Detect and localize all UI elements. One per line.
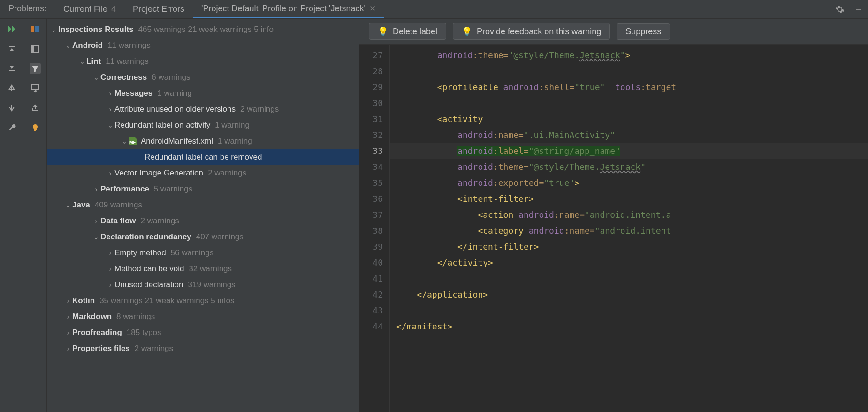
chevron-down-icon[interactable]: ⌄ [64, 201, 72, 209]
tab-profile-label: 'Project Default' Profile on Project 'Je… [201, 4, 365, 14]
chevron-right-icon[interactable]: › [64, 329, 72, 336]
chevron-down-icon[interactable]: ⌄ [120, 137, 129, 145]
code-line[interactable]: </manifest> [390, 319, 868, 335]
code-line[interactable]: <activity [390, 111, 868, 127]
label: Performance [100, 184, 149, 194]
tree-method-void[interactable]: › Method can be void 32 warnings [47, 261, 359, 277]
tree-android[interactable]: ⌄ Android 11 warnings [47, 38, 359, 53]
export-icon[interactable] [30, 102, 41, 114]
tree-correctness[interactable]: ⌄ Correctness 6 warnings [47, 69, 359, 85]
bulb-icon[interactable] [30, 122, 41, 133]
label: Empty method [114, 248, 166, 258]
code-line[interactable]: </activity> [390, 255, 868, 271]
code-line[interactable] [390, 63, 868, 79]
prev-problem-icon[interactable] [6, 83, 17, 94]
code-line[interactable] [390, 303, 868, 319]
close-icon[interactable]: ✕ [369, 4, 376, 14]
tree-performance[interactable]: › Performance 5 warnings [47, 181, 359, 197]
tree-empty-method[interactable]: › Empty method 56 warnings [47, 245, 359, 261]
chevron-right-icon[interactable]: › [92, 217, 100, 225]
svg-rect-5 [32, 85, 38, 90]
chevron-right-icon[interactable]: › [106, 265, 114, 273]
chevron-right-icon[interactable]: › [106, 106, 114, 113]
minimize-icon[interactable] [849, 0, 868, 18]
code-line[interactable]: </intent-filter> [390, 239, 868, 255]
group-by-icon[interactable] [30, 23, 41, 35]
tree-proofreading[interactable]: › Proofreading 185 typos [47, 325, 359, 341]
code-line[interactable]: <intent-filter> [390, 191, 868, 207]
tab-profile-active[interactable]: 'Project Default' Profile on Project 'Je… [193, 0, 384, 18]
view-options-icon[interactable] [30, 43, 41, 54]
wrench-icon[interactable] [6, 122, 17, 133]
meta: 35 warnings 21 weak warnings 5 infos [99, 296, 234, 305]
tree-properties[interactable]: › Properties files 2 warnings [47, 341, 359, 357]
code-line[interactable]: </application> [390, 287, 868, 303]
chevron-right-icon[interactable]: › [64, 345, 72, 352]
tree-root-meta: 465 warnings 21 weak warnings 5 info [138, 25, 274, 34]
tab-project-errors[interactable]: Project Errors [124, 0, 193, 18]
chevron-right-icon[interactable]: › [64, 313, 72, 320]
code-line[interactable]: android:theme="@style/Theme.Jetsnack"> [390, 47, 868, 63]
meta: 11 warnings [106, 57, 149, 66]
tab-current-file[interactable]: Current File 4 [55, 0, 124, 18]
chevron-right-icon[interactable]: › [64, 297, 72, 305]
chevron-down-icon[interactable]: ⌄ [106, 122, 114, 129]
meta: 8 warnings [116, 312, 155, 321]
tree-dataflow[interactable]: › Data flow 2 warnings [47, 213, 359, 229]
chevron-down-icon[interactable]: ⌄ [78, 58, 86, 65]
expand-all-icon[interactable] [6, 43, 17, 54]
tree-redundant-issue[interactable]: Redundant label can be removed [47, 149, 359, 165]
collapse-all-icon[interactable] [6, 63, 17, 74]
meta: 185 typos [127, 328, 161, 337]
tree-decl-redundancy[interactable]: ⌄ Declaration redundancy 407 warnings [47, 229, 359, 245]
feedback-button[interactable]: 💡 Provide feedback on this warning [453, 23, 610, 40]
code-line[interactable] [390, 271, 868, 287]
inspections-tree[interactable]: ⌄ Inspections Results 465 warnings 21 we… [47, 19, 359, 412]
svg-rect-0 [856, 9, 861, 10]
tree-vector[interactable]: › Vector Image Generation 2 warnings [47, 165, 359, 181]
label: Data flow [100, 216, 136, 226]
rerun-icon[interactable] [6, 23, 17, 35]
tree-manifest-file[interactable]: ⌄ MF AndroidManifest.xml 1 warning [47, 133, 359, 149]
autoscroll-icon[interactable] [30, 83, 41, 94]
chevron-right-icon[interactable]: › [106, 90, 114, 97]
chevron-down-icon[interactable]: ⌄ [64, 42, 72, 49]
tree-unused-decl[interactable]: › Unused declaration 319 warnings [47, 277, 359, 293]
chevron-down-icon[interactable]: ⌄ [92, 74, 100, 81]
next-problem-icon[interactable] [6, 102, 17, 114]
tree-java[interactable]: ⌄ Java 409 warnings [47, 197, 359, 213]
label: AndroidManifest.xml [141, 137, 213, 146]
tree-root[interactable]: ⌄ Inspections Results 465 warnings 21 we… [47, 22, 359, 38]
tree-lint[interactable]: ⌄ Lint 11 warnings [47, 53, 359, 69]
code-line[interactable]: <action android:name="android.intent.a [390, 207, 868, 223]
tree-messages[interactable]: › Messages 1 warning [47, 85, 359, 101]
code-line[interactable]: <category android:name="android.intent [390, 223, 868, 239]
label: Java [72, 200, 90, 210]
tree-attribute-unused[interactable]: › Attribute unused on older versions 2 w… [47, 101, 359, 117]
delete-label-button[interactable]: 💡 Delete label [369, 23, 446, 40]
chevron-right-icon[interactable]: › [106, 249, 114, 257]
label: Unused declaration [114, 280, 183, 290]
tree-kotlin[interactable]: › Kotlin 35 warnings 21 weak warnings 5 … [47, 293, 359, 309]
meta: 6 warnings [152, 73, 190, 82]
suppress-button[interactable]: Suppress [617, 23, 670, 40]
code-preview[interactable]: 272829303132333435363738394041424344 and… [359, 45, 868, 412]
chevron-right-icon[interactable]: › [106, 169, 114, 177]
code-line[interactable]: android:theme="@style/Theme.Jetsnack" [390, 159, 868, 175]
code-line[interactable]: android:exported="true"> [390, 175, 868, 191]
tree-redundant-label[interactable]: ⌄ Redundant label on activity 1 warning [47, 117, 359, 133]
chevron-right-icon[interactable]: › [106, 281, 114, 289]
tab-current-file-label: Current File [63, 4, 107, 14]
tree-markdown[interactable]: › Markdown 8 warnings [47, 309, 359, 325]
chevron-right-icon[interactable]: › [92, 185, 100, 193]
tool-column-left [0, 19, 23, 412]
chevron-down-icon[interactable]: ⌄ [92, 233, 100, 241]
code-line[interactable]: <profileable android:shell="true" tools:… [390, 79, 868, 95]
gear-icon[interactable] [830, 0, 849, 18]
label: Android [72, 41, 103, 50]
code-line-current[interactable]: android:label="@string/app_name" [390, 143, 868, 159]
code-line[interactable] [390, 95, 868, 111]
code-line[interactable]: android:name=".ui.MainActivity" [390, 127, 868, 143]
filter-icon[interactable] [30, 63, 41, 74]
chevron-down-icon[interactable]: ⌄ [50, 26, 58, 33]
